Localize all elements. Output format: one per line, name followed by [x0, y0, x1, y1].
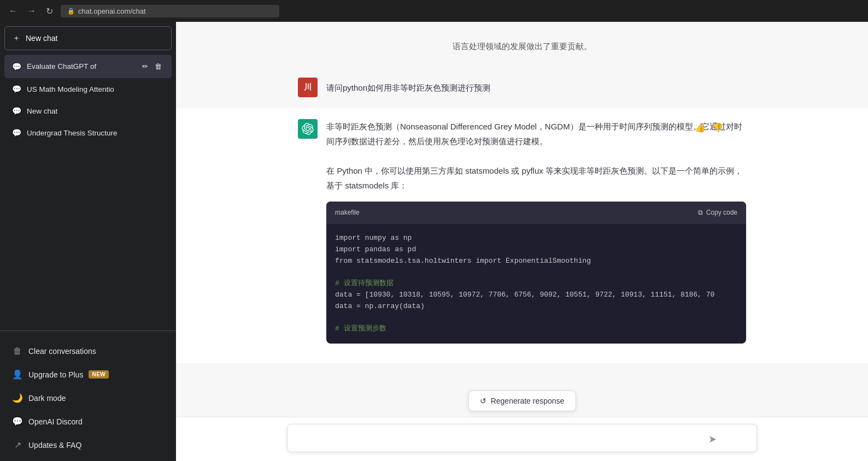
- input-wrapper: ➤: [287, 424, 757, 454]
- chat-bubble-icon: 💬: [12, 62, 21, 71]
- new-chat-label: New chat: [26, 34, 57, 43]
- user-inner: 川 请问python如何用非等时距灰色预测进行预测: [287, 67, 757, 108]
- copy-label: Copy code: [706, 209, 737, 216]
- chat-item-label: US Math Modeling Attentio: [27, 85, 164, 93]
- sidebar-bottom: 🗑Clear conversations👤Upgrade to PlusNEW🌙…: [0, 335, 176, 461]
- sidebar-bottom-item-openai-discord[interactable]: 💬OpenAI Discord: [4, 410, 172, 433]
- chat-item-label: Evaluate ChatGPT of: [27, 62, 134, 70]
- main-content: 语言处理领域的发展做出了重要贡献。 川 请问python如何用非等时距灰色预测进…: [176, 22, 868, 461]
- assistant-message-row: 非等时距灰色预测（Nonseasonal Differenced Grey Mo…: [176, 108, 868, 364]
- regenerate-button[interactable]: ↺ Regenerate response: [468, 391, 576, 411]
- code-language: makefile: [335, 207, 360, 219]
- sidebar-chat-item-evaluate-chatgpt[interactable]: 💬Evaluate ChatGPT of✏🗑: [4, 55, 172, 78]
- new-badge: NEW: [89, 370, 109, 379]
- openai-discord-icon: 💬: [12, 416, 23, 427]
- chat-bubble-icon: 💬: [12, 107, 21, 115]
- code-content: import numpy as np import pandas as pd f…: [335, 233, 737, 335]
- sidebar: ＋ New chat 💬Evaluate ChatGPT of✏🗑💬US Mat…: [0, 22, 176, 461]
- sidebar-bottom-label: Clear conversations: [28, 347, 96, 356]
- sidebar-bottom-item-upgrade-to-plus[interactable]: 👤Upgrade to PlusNEW: [4, 363, 172, 386]
- upgrade-to-plus-icon: 👤: [12, 369, 23, 380]
- updates-faq-icon: ↗: [12, 440, 23, 450]
- assistant-para2: 在 Python 中，你可以使用第三方库如 statsmodels 或 pyfl…: [326, 163, 746, 193]
- plus-icon: ＋: [13, 33, 20, 43]
- code-body: import numpy as np import pandas as pd f…: [326, 224, 746, 344]
- sidebar-chat-item-undergrad-thesis[interactable]: 💬Undergrad Thesis Structure: [4, 122, 172, 144]
- clear-conversations-icon: 🗑: [12, 346, 23, 356]
- sidebar-bottom-item-dark-mode[interactable]: 🌙Dark mode: [4, 386, 172, 410]
- openai-logo-icon: [302, 123, 314, 135]
- assistant-actions: 👍 👎: [694, 121, 724, 134]
- address-bar[interactable]: 🔒 chat.openai.com/chat: [61, 5, 279, 17]
- regenerate-label: Regenerate response: [491, 397, 565, 405]
- sidebar-bottom-label: Dark mode: [28, 394, 66, 403]
- forward-button[interactable]: →: [25, 4, 38, 18]
- input-area-container: ➤: [176, 417, 868, 461]
- previous-assistant-text: 语言处理领域的发展做出了重要贡献。: [276, 33, 768, 67]
- chat-bubble-icon: 💬: [12, 85, 21, 93]
- delete-chat-button[interactable]: 🗑: [153, 61, 164, 72]
- regenerate-container: ↺ Regenerate response: [468, 391, 576, 411]
- new-chat-button[interactable]: ＋ New chat: [4, 26, 172, 50]
- thumbs-down-button[interactable]: 👎: [711, 121, 724, 134]
- back-button[interactable]: ←: [7, 4, 20, 18]
- sidebar-bottom-item-clear-conversations[interactable]: 🗑Clear conversations: [4, 340, 172, 363]
- sidebar-divider: [0, 330, 176, 331]
- code-header: makefile ⧉ Copy code: [326, 202, 746, 224]
- sidebar-chat-item-new-chat[interactable]: 💬New chat: [4, 100, 172, 122]
- sidebar-bottom-label: Upgrade to Plus: [28, 370, 83, 379]
- assistant-inner: 非等时距灰色预测（Nonseasonal Differenced Grey Mo…: [287, 108, 757, 364]
- chat-item-label: New chat: [27, 107, 164, 115]
- send-button[interactable]: ➤: [708, 433, 717, 445]
- sidebar-bottom-label: Updates & FAQ: [28, 441, 81, 450]
- regenerate-icon: ↺: [480, 397, 486, 405]
- browser-bar: ← → ↻ 🔒 chat.openai.com/chat: [0, 0, 868, 22]
- assistant-para1: 非等时距灰色预测（Nonseasonal Differenced Grey Mo…: [326, 119, 746, 149]
- chat-item-label: Undergrad Thesis Structure: [27, 129, 164, 137]
- assistant-text: 非等时距灰色预测（Nonseasonal Differenced Grey Mo…: [326, 119, 746, 344]
- messages-wrapper: 语言处理领域的发展做出了重要贡献。 川 请问python如何用非等时距灰色预测进…: [176, 33, 868, 363]
- refresh-button[interactable]: ↻: [44, 4, 55, 19]
- code-block: makefile ⧉ Copy code import numpy as np …: [326, 202, 746, 344]
- copy-code-button[interactable]: ⧉ Copy code: [698, 209, 737, 216]
- app-container: ＋ New chat 💬Evaluate ChatGPT of✏🗑💬US Mat…: [0, 22, 868, 461]
- chat-list: 💬Evaluate ChatGPT of✏🗑💬US Math Modeling …: [4, 55, 172, 144]
- lock-icon: 🔒: [67, 8, 75, 15]
- dark-mode-icon: 🌙: [12, 393, 23, 403]
- sidebar-bottom-item-updates-faq[interactable]: ↗Updates & FAQ: [4, 433, 172, 457]
- assistant-avatar: [298, 119, 318, 139]
- chat-item-actions: ✏🗑: [140, 61, 164, 72]
- edit-chat-button[interactable]: ✏: [140, 61, 150, 72]
- chat-scroll[interactable]: 语言处理领域的发展做出了重要贡献。 川 请问python如何用非等时距灰色预测进…: [176, 22, 868, 417]
- chat-input[interactable]: [287, 424, 757, 452]
- thumbs-up-button[interactable]: 👍: [694, 121, 707, 134]
- sidebar-chat-item-us-math[interactable]: 💬US Math Modeling Attentio: [4, 78, 172, 100]
- user-message-text: 请问python如何用非等时距灰色预测进行预测: [326, 78, 490, 95]
- sidebar-bottom-label: OpenAI Discord: [28, 417, 83, 426]
- bottom-items: 🗑Clear conversations👤Upgrade to PlusNEW🌙…: [4, 340, 172, 457]
- chat-bubble-icon: 💬: [12, 128, 21, 137]
- sidebar-top: ＋ New chat 💬Evaluate ChatGPT of✏🗑💬US Mat…: [0, 22, 176, 326]
- assistant-body: 非等时距灰色预测（Nonseasonal Differenced Grey Mo…: [326, 119, 746, 353]
- copy-icon: ⧉: [698, 209, 703, 216]
- user-avatar: 川: [298, 78, 318, 97]
- url-text: chat.openai.com/chat: [78, 7, 146, 15]
- user-message-row: 川 请问python如何用非等时距灰色预测进行预测: [176, 67, 868, 108]
